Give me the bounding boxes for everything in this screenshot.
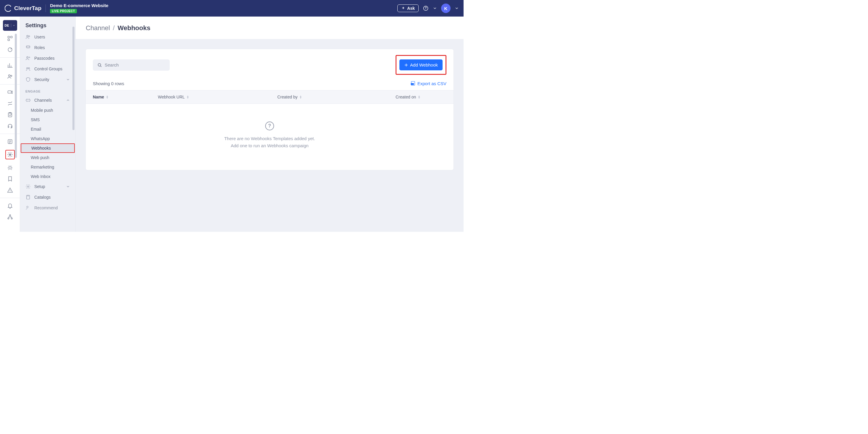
svg-rect-9 [8,91,11,93]
main-content: Channel / Webhooks Add Webhook [76,17,464,232]
rail-scrollbar[interactable] [15,34,17,158]
sidebar-item-control-groups[interactable]: Control Groups [20,64,75,74]
svg-rect-5 [8,39,9,41]
column-name[interactable]: Name ▲▼ [86,90,151,103]
sidebar-item-recommend[interactable]: Recommend [20,203,75,213]
svg-rect-11 [8,126,9,128]
sidebar-sub-mobile-push[interactable]: Mobile push [20,105,75,115]
gear-icon[interactable] [7,152,13,158]
add-webhook-highlight: Add Webhook [396,55,446,75]
settings-sidebar: Settings Users Roles Passcodes Control G… [20,17,76,232]
project-selector[interactable]: Demo E-commerce Website LIVE PROJECT [50,3,108,13]
sidebar-item-label: Recommend [34,206,58,210]
campaigns-icon[interactable] [7,89,13,95]
svg-point-27 [28,186,29,187]
org-icon[interactable] [7,214,13,220]
brand-logo[interactable]: CleverTap [5,5,41,12]
sidebar-sub-email[interactable]: Email [20,124,75,134]
journeys-icon[interactable] [7,100,13,106]
svg-rect-3 [8,36,9,38]
sidebar-sub-web-push[interactable]: Web push [20,153,75,162]
column-url[interactable]: Webhook URL ▲▼ [151,90,270,103]
svg-rect-12 [11,126,12,128]
chevron-down-icon [66,78,70,82]
empty-line-2: Add one to run an Webhooks campaign [86,142,454,149]
sidebar-sub-remarketing[interactable]: Remarketing [20,162,75,172]
sidebar-sub-whatsapp[interactable]: WhatsApp [20,134,75,144]
debug-icon[interactable] [7,165,13,170]
sidebar-title: Settings [20,17,75,32]
sidebar-sub-webhooks[interactable]: Webhooks [21,144,75,153]
sidebar-item-label: Catalogs [34,195,51,199]
sidebar-sub-sms[interactable]: SMS [20,115,75,124]
svg-point-15 [8,167,11,169]
catalogs-icon [25,194,31,200]
svg-rect-4 [10,36,12,38]
sidebar-item-passcodes[interactable]: Passcodes [20,53,75,64]
sidebar-item-users[interactable]: Users [20,32,75,42]
sidebar-item-label: Roles [34,45,45,50]
svg-rect-28 [27,195,30,199]
svg-point-20 [29,36,30,37]
chevron-down-icon[interactable] [433,6,437,10]
svg-point-8 [11,75,12,76]
svg-text:CSV: CSV [411,83,413,85]
avatar[interactable]: K [441,4,451,13]
svg-point-30 [98,63,101,66]
question-icon: ? [265,122,274,130]
svg-point-16 [9,215,10,216]
column-created-on[interactable]: Created on ▲▼ [389,90,454,103]
bookmark-icon[interactable] [7,176,13,182]
target-icon[interactable] [7,47,13,53]
search-field[interactable] [93,59,170,71]
add-webhook-button[interactable]: Add Webhook [399,59,442,70]
ask-button[interactable]: Ask [397,4,418,12]
analytics-icon[interactable] [7,62,13,68]
content-icon[interactable] [7,138,13,145]
clipboard-icon[interactable] [7,112,13,118]
svg-point-18 [11,218,12,219]
sidebar-scrollbar[interactable] [72,27,74,130]
project-code-switcher[interactable]: DE [3,20,17,31]
sidebar-item-roles[interactable]: Roles [20,42,75,53]
nav-rail: DE [0,17,20,232]
segments-icon[interactable] [7,73,13,80]
sidebar-item-label: Channels [34,98,52,102]
brand-swoosh-icon [5,5,12,12]
help-icon[interactable]: ? [423,5,429,11]
headset-icon[interactable] [7,123,13,129]
sidebar-item-security[interactable]: Security [20,74,75,85]
column-label: Created by [277,95,298,99]
svg-point-22 [27,57,28,58]
svg-point-7 [8,75,10,76]
svg-point-24 [27,68,28,69]
roles-icon [25,45,31,50]
add-webhook-label: Add Webhook [410,62,438,67]
sidebar-item-label: Passcodes [34,56,54,61]
breadcrumb-parent[interactable]: Channel [86,24,110,32]
svg-text:?: ? [425,6,427,10]
column-label: Created on [396,95,416,99]
boards-icon[interactable] [7,35,13,41]
ask-label: Ask [407,6,415,11]
shield-icon [25,77,31,82]
chevron-up-icon [66,98,70,102]
export-csv-link[interactable]: CSV Export as CSV [410,81,446,86]
sidebar-sub-web-inbox[interactable]: Web Inbox [20,172,75,181]
breadcrumb-separator: / [113,24,115,32]
bell-icon[interactable] [7,203,13,209]
breadcrumb: Channel / Webhooks [76,17,464,39]
sidebar-item-setup[interactable]: Setup [20,181,75,192]
sidebar-item-catalogs[interactable]: Catalogs [20,192,75,203]
gear-icon [25,184,31,189]
settings-rail-highlight [5,150,15,159]
column-created-by[interactable]: Created by ▲▼ [270,90,389,103]
sidebar-item-label: Users [34,35,45,39]
alert-icon[interactable] [7,187,13,193]
sidebar-item-channels[interactable]: Channels [20,95,75,105]
column-label: Name [93,95,104,99]
avatar-chevron-icon[interactable] [455,6,459,10]
users-icon [25,34,31,40]
search-input[interactable] [105,62,165,67]
sort-icon: ▲▼ [187,95,189,99]
